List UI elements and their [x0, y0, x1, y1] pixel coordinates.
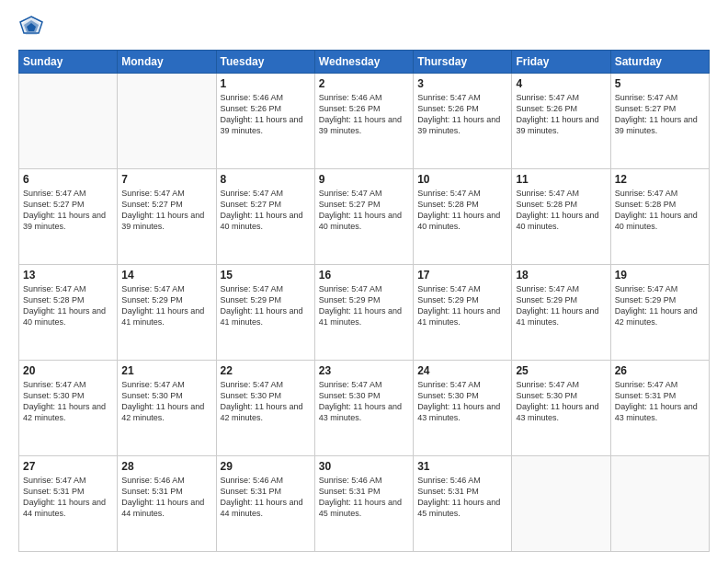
page: SundayMondayTuesdayWednesdayThursdayFrid…: [0, 0, 728, 563]
calendar-day-header: Monday: [118, 51, 216, 74]
calendar-day-header: Wednesday: [314, 51, 413, 74]
calendar-cell: 14Sunrise: 5:47 AM Sunset: 5:29 PM Dayli…: [118, 265, 216, 361]
calendar-cell: 3Sunrise: 5:47 AM Sunset: 5:26 PM Daylig…: [414, 74, 512, 169]
day-info: Sunrise: 5:47 AM Sunset: 5:29 PM Dayligh…: [121, 283, 211, 328]
day-info: Sunrise: 5:47 AM Sunset: 5:26 PM Dayligh…: [417, 92, 507, 137]
day-info: Sunrise: 5:47 AM Sunset: 5:27 PM Dayligh…: [221, 188, 311, 233]
day-number: 15: [221, 269, 311, 282]
day-number: 22: [221, 364, 311, 377]
day-number: 27: [23, 460, 113, 473]
day-number: 12: [615, 173, 705, 186]
day-info: Sunrise: 5:47 AM Sunset: 5:29 PM Dayligh…: [221, 283, 311, 328]
day-info: Sunrise: 5:46 AM Sunset: 5:31 PM Dayligh…: [121, 475, 211, 520]
day-number: 18: [516, 269, 606, 282]
day-number: 20: [23, 364, 113, 377]
calendar-week-row: 13Sunrise: 5:47 AM Sunset: 5:28 PM Dayli…: [19, 265, 710, 361]
day-info: Sunrise: 5:47 AM Sunset: 5:31 PM Dayligh…: [23, 475, 113, 520]
calendar-cell: 30Sunrise: 5:46 AM Sunset: 5:31 PM Dayli…: [314, 456, 413, 552]
calendar-week-row: 6Sunrise: 5:47 AM Sunset: 5:27 PM Daylig…: [19, 169, 710, 265]
calendar-cell: 16Sunrise: 5:47 AM Sunset: 5:29 PM Dayli…: [314, 265, 413, 361]
calendar-cell: 11Sunrise: 5:47 AM Sunset: 5:28 PM Dayli…: [512, 169, 610, 265]
day-info: Sunrise: 5:47 AM Sunset: 5:29 PM Dayligh…: [516, 283, 606, 328]
logo: [18, 15, 48, 40]
calendar-cell: 17Sunrise: 5:47 AM Sunset: 5:29 PM Dayli…: [414, 265, 512, 361]
day-info: Sunrise: 5:47 AM Sunset: 5:28 PM Dayligh…: [615, 188, 705, 233]
calendar-cell: 23Sunrise: 5:47 AM Sunset: 5:30 PM Dayli…: [314, 361, 413, 456]
day-number: 2: [319, 77, 409, 90]
day-info: Sunrise: 5:47 AM Sunset: 5:28 PM Dayligh…: [417, 188, 507, 233]
day-info: Sunrise: 5:47 AM Sunset: 5:30 PM Dayligh…: [221, 379, 311, 424]
calendar-cell: 1Sunrise: 5:46 AM Sunset: 5:26 PM Daylig…: [216, 74, 314, 169]
day-info: Sunrise: 5:47 AM Sunset: 5:27 PM Dayligh…: [121, 188, 211, 233]
calendar-day-header: Sunday: [19, 51, 118, 74]
calendar-cell: 2Sunrise: 5:46 AM Sunset: 5:26 PM Daylig…: [314, 74, 413, 169]
day-number: 23: [319, 364, 409, 377]
day-number: 1: [221, 77, 311, 90]
day-info: Sunrise: 5:47 AM Sunset: 5:26 PM Dayligh…: [516, 92, 606, 137]
day-number: 29: [221, 460, 311, 473]
day-number: 14: [121, 269, 211, 282]
day-info: Sunrise: 5:47 AM Sunset: 5:30 PM Dayligh…: [121, 379, 211, 424]
day-info: Sunrise: 5:47 AM Sunset: 5:28 PM Dayligh…: [23, 283, 113, 328]
day-info: Sunrise: 5:47 AM Sunset: 5:30 PM Dayligh…: [319, 379, 409, 424]
day-number: 4: [516, 77, 606, 90]
calendar-cell: 6Sunrise: 5:47 AM Sunset: 5:27 PM Daylig…: [19, 169, 118, 265]
calendar-cell: 10Sunrise: 5:47 AM Sunset: 5:28 PM Dayli…: [414, 169, 512, 265]
calendar-cell: [19, 74, 118, 169]
day-number: 28: [121, 460, 211, 473]
logo-icon: [18, 15, 44, 40]
calendar-cell: [610, 456, 709, 552]
calendar-cell: 19Sunrise: 5:47 AM Sunset: 5:29 PM Dayli…: [610, 265, 709, 361]
day-info: Sunrise: 5:46 AM Sunset: 5:26 PM Dayligh…: [221, 92, 311, 137]
day-info: Sunrise: 5:46 AM Sunset: 5:31 PM Dayligh…: [417, 475, 507, 520]
day-info: Sunrise: 5:47 AM Sunset: 5:27 PM Dayligh…: [23, 188, 113, 233]
calendar-week-row: 1Sunrise: 5:46 AM Sunset: 5:26 PM Daylig…: [19, 74, 710, 169]
calendar-day-header: Tuesday: [216, 51, 314, 74]
day-info: Sunrise: 5:47 AM Sunset: 5:27 PM Dayligh…: [615, 92, 705, 137]
day-number: 31: [417, 460, 507, 473]
day-number: 8: [221, 173, 311, 186]
day-number: 25: [516, 364, 606, 377]
calendar-cell: 24Sunrise: 5:47 AM Sunset: 5:30 PM Dayli…: [414, 361, 512, 456]
day-info: Sunrise: 5:47 AM Sunset: 5:27 PM Dayligh…: [319, 188, 409, 233]
day-info: Sunrise: 5:46 AM Sunset: 5:31 PM Dayligh…: [221, 475, 311, 520]
day-info: Sunrise: 5:47 AM Sunset: 5:31 PM Dayligh…: [615, 379, 705, 424]
calendar-cell: 15Sunrise: 5:47 AM Sunset: 5:29 PM Dayli…: [216, 265, 314, 361]
day-number: 24: [417, 364, 507, 377]
calendar-cell: 12Sunrise: 5:47 AM Sunset: 5:28 PM Dayli…: [610, 169, 709, 265]
day-number: 9: [319, 173, 409, 186]
day-number: 6: [23, 173, 113, 186]
calendar-cell: [118, 74, 216, 169]
calendar-cell: 13Sunrise: 5:47 AM Sunset: 5:28 PM Dayli…: [19, 265, 118, 361]
calendar-day-header: Saturday: [610, 51, 709, 74]
day-info: Sunrise: 5:46 AM Sunset: 5:31 PM Dayligh…: [319, 475, 409, 520]
day-number: 26: [615, 364, 705, 377]
day-info: Sunrise: 5:47 AM Sunset: 5:29 PM Dayligh…: [615, 283, 705, 328]
day-info: Sunrise: 5:47 AM Sunset: 5:28 PM Dayligh…: [516, 188, 606, 233]
day-number: 10: [417, 173, 507, 186]
calendar-day-header: Thursday: [414, 51, 512, 74]
day-info: Sunrise: 5:47 AM Sunset: 5:29 PM Dayligh…: [417, 283, 507, 328]
day-number: 17: [417, 269, 507, 282]
calendar-day-header: Friday: [512, 51, 610, 74]
day-number: 7: [121, 173, 211, 186]
calendar-cell: 7Sunrise: 5:47 AM Sunset: 5:27 PM Daylig…: [118, 169, 216, 265]
day-number: 3: [417, 77, 507, 90]
calendar-cell: 21Sunrise: 5:47 AM Sunset: 5:30 PM Dayli…: [118, 361, 216, 456]
day-number: 16: [319, 269, 409, 282]
calendar-week-row: 20Sunrise: 5:47 AM Sunset: 5:30 PM Dayli…: [19, 361, 710, 456]
calendar-cell: 25Sunrise: 5:47 AM Sunset: 5:30 PM Dayli…: [512, 361, 610, 456]
header: [18, 15, 710, 40]
calendar-cell: [512, 456, 610, 552]
day-number: 19: [615, 269, 705, 282]
calendar-header-row: SundayMondayTuesdayWednesdayThursdayFrid…: [19, 51, 710, 74]
calendar-cell: 31Sunrise: 5:46 AM Sunset: 5:31 PM Dayli…: [414, 456, 512, 552]
day-info: Sunrise: 5:46 AM Sunset: 5:26 PM Dayligh…: [319, 92, 409, 137]
day-info: Sunrise: 5:47 AM Sunset: 5:30 PM Dayligh…: [417, 379, 507, 424]
calendar-cell: 28Sunrise: 5:46 AM Sunset: 5:31 PM Dayli…: [118, 456, 216, 552]
calendar-cell: 8Sunrise: 5:47 AM Sunset: 5:27 PM Daylig…: [216, 169, 314, 265]
calendar-cell: 4Sunrise: 5:47 AM Sunset: 5:26 PM Daylig…: [512, 74, 610, 169]
calendar-cell: 29Sunrise: 5:46 AM Sunset: 5:31 PM Dayli…: [216, 456, 314, 552]
calendar-cell: 18Sunrise: 5:47 AM Sunset: 5:29 PM Dayli…: [512, 265, 610, 361]
calendar-table: SundayMondayTuesdayWednesdayThursdayFrid…: [18, 50, 710, 552]
